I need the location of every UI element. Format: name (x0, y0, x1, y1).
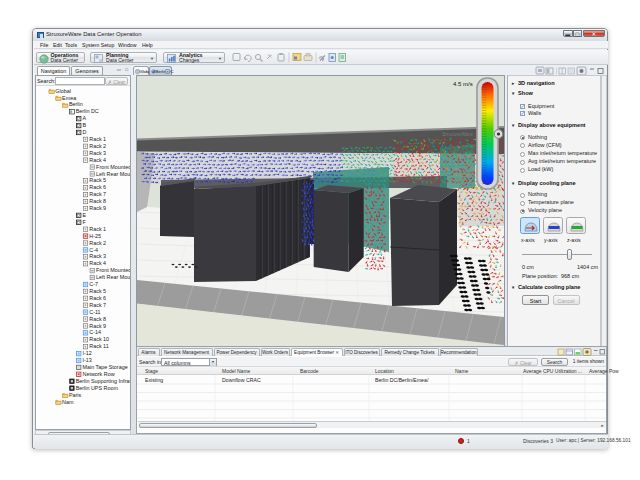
svg-text:Rack 5: Rack 5 (89, 288, 106, 294)
svg-text:Berlin DC: Berlin DC (75, 108, 98, 114)
svg-text:C-7: C-7 (89, 281, 98, 287)
svg-text:A: A (82, 115, 86, 121)
svg-text:Rack 8: Rack 8 (89, 198, 106, 204)
svg-text:Rack 1: Rack 1 (89, 136, 106, 142)
svg-text:Rack 11: Rack 11 (89, 343, 108, 349)
svg-text:H-25: H-25 (89, 232, 101, 238)
svg-text:Global: Global (55, 87, 71, 93)
svg-text:B: B (82, 122, 86, 128)
svg-text:Left Rear Moun: Left Rear Moun (96, 274, 130, 280)
svg-text:Front Mounted: Front Mounted (96, 267, 130, 273)
svg-text:Rack 9: Rack 9 (89, 322, 106, 328)
svg-text:Berlin UPS Room: Berlin UPS Room (75, 384, 118, 390)
svg-text:Rack 9: Rack 9 (89, 205, 106, 211)
svg-text:Rack 1: Rack 1 (89, 225, 106, 231)
svg-text:Rack 2: Rack 2 (89, 142, 106, 148)
svg-text:C-14: C-14 (89, 329, 101, 335)
svg-text:Rack 3: Rack 3 (89, 253, 106, 259)
svg-text:Rack 6: Rack 6 (89, 294, 106, 300)
svg-text:Network Row: Network Row (82, 370, 114, 376)
svg-text:Main Tape Storage: Main Tape Storage (82, 364, 127, 370)
svg-text:Rack 3: Rack 3 (89, 149, 106, 155)
svg-text:Emea: Emea (62, 94, 76, 100)
svg-text:Rack 7: Rack 7 (89, 301, 106, 307)
svg-text:E: E (82, 212, 86, 218)
svg-text:I-12: I-12 (82, 350, 91, 356)
svg-text:F: F (82, 218, 86, 224)
svg-text:Berlin Supporting Infrastru: Berlin Supporting Infrastru (75, 377, 129, 383)
svg-text:Paris: Paris (68, 391, 81, 397)
svg-text:Rack 8: Rack 8 (89, 315, 106, 321)
svg-text:Rack 7: Rack 7 (89, 191, 106, 197)
svg-text:C-11: C-11 (89, 308, 100, 314)
svg-text:Rack 5: Rack 5 (89, 177, 106, 183)
svg-text:D: D (82, 129, 86, 135)
svg-text:I-13: I-13 (82, 357, 91, 363)
svg-text:C-4: C-4 (89, 246, 98, 252)
svg-text:Berlin: Berlin (68, 101, 82, 107)
svg-text:Rack 4: Rack 4 (89, 260, 106, 266)
svg-text:Front Mounted: Front Mounted (96, 163, 130, 169)
svg-text:Nam: Nam (62, 398, 74, 404)
svg-text:4.5 m/s: 4.5 m/s (453, 81, 473, 87)
svg-text:StruxureWare: StruxureWare (442, 131, 473, 137)
svg-text:Rack 6: Rack 6 (89, 184, 106, 190)
svg-text:Rack 4: Rack 4 (89, 156, 106, 162)
svg-text:Left Rear Moun: Left Rear Moun (96, 170, 130, 176)
svg-text:Rack 10: Rack 10 (89, 336, 109, 342)
svg-text:Rack 2: Rack 2 (89, 239, 106, 245)
